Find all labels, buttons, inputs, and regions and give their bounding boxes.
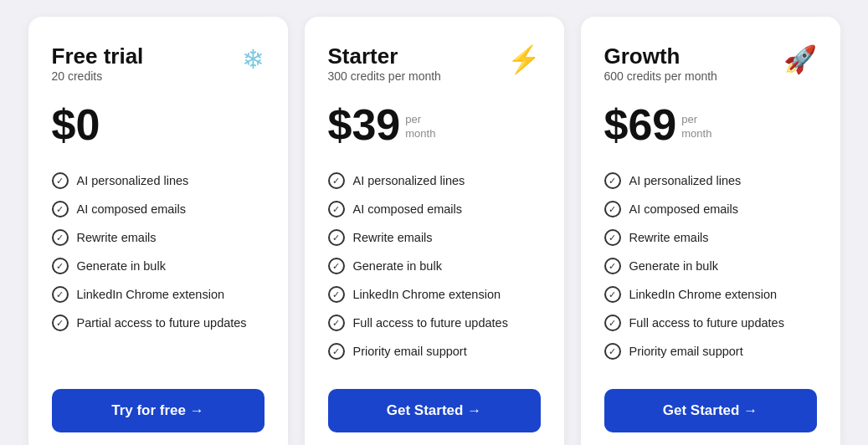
plan-icon: ⚡ [507, 43, 541, 74]
price-amount: $39 [328, 103, 401, 146]
check-icon: ✓ [328, 229, 345, 246]
plan-icon: ❄ [242, 43, 265, 74]
check-icon: ✓ [52, 315, 69, 331]
feature-label: AI composed emails [353, 202, 463, 216]
feature-item: ✓ LinkedIn Chrome extension [328, 280, 541, 309]
feature-label: Priority email support [353, 345, 467, 358]
feature-label: Generate in bulk [77, 259, 166, 273]
price-amount: $0 [52, 103, 100, 146]
feature-label: Generate in bulk [353, 259, 442, 273]
features-list: ✓ AI personalized lines ✓ AI composed em… [328, 166, 541, 366]
plan-header: Growth 600 credits per month 🚀 [604, 43, 817, 96]
pricing-container: Free trial 20 credits ❄ $0 ✓ AI personal… [17, 17, 851, 445]
plan-credits: 20 credits [52, 69, 144, 83]
check-icon: ✓ [328, 343, 345, 360]
cta-button-growth[interactable]: Get Started → [604, 389, 817, 432]
plan-icon: 🚀 [783, 43, 817, 74]
feature-item: ✓ Generate in bulk [52, 252, 265, 280]
feature-item: ✓ Generate in bulk [328, 252, 541, 280]
feature-label: LinkedIn Chrome extension [629, 288, 778, 301]
feature-item: ✓ Priority email support [604, 337, 817, 366]
feature-label: LinkedIn Chrome extension [353, 288, 501, 301]
feature-item: ✓ AI composed emails [52, 195, 265, 223]
feature-item: ✓ Rewrite emails [604, 223, 817, 252]
plan-credits: 300 credits per month [328, 69, 441, 83]
check-icon: ✓ [604, 172, 621, 189]
plan-credits: 600 credits per month [604, 69, 717, 83]
feature-item: ✓ Rewrite emails [52, 223, 265, 252]
feature-item: ✓ Generate in bulk [604, 252, 817, 280]
feature-item: ✓ Partial access to future updates [52, 309, 265, 337]
feature-item: ✓ Rewrite emails [328, 223, 541, 252]
feature-item: ✓ LinkedIn Chrome extension [52, 280, 265, 309]
feature-item: ✓ AI personalized lines [328, 166, 541, 195]
feature-label: AI personalized lines [353, 174, 465, 187]
check-icon: ✓ [328, 286, 345, 303]
price-period: permonth [681, 113, 711, 146]
feature-label: Generate in bulk [629, 259, 718, 273]
plan-price: $69 permonth [604, 103, 817, 146]
feature-label: AI composed emails [629, 202, 739, 216]
plan-name-group: Growth 600 credits per month [604, 43, 717, 96]
plan-name: Free trial [52, 43, 144, 69]
feature-label: Rewrite emails [629, 231, 709, 244]
check-icon: ✓ [52, 201, 69, 217]
feature-label: Full access to future updates [353, 316, 508, 330]
check-icon: ✓ [328, 201, 345, 217]
check-icon: ✓ [604, 201, 621, 217]
cta-button-starter[interactable]: Get Started → [328, 389, 541, 432]
plan-name-group: Free trial 20 credits [52, 43, 144, 96]
features-list: ✓ AI personalized lines ✓ AI composed em… [52, 166, 265, 366]
feature-label: Partial access to future updates [77, 316, 247, 330]
check-icon: ✓ [604, 343, 621, 360]
check-icon: ✓ [604, 286, 621, 303]
feature-item: ✓ AI personalized lines [604, 166, 817, 195]
feature-label: Priority email support [629, 345, 743, 358]
check-icon: ✓ [328, 258, 345, 274]
plan-name: Starter [328, 43, 441, 69]
plan-header: Starter 300 credits per month ⚡ [328, 43, 541, 96]
plan-card-growth: Growth 600 credits per month 🚀 $69 permo… [581, 17, 840, 445]
check-icon: ✓ [604, 315, 621, 331]
feature-item: ✓ Full access to future updates [328, 309, 541, 337]
feature-label: Rewrite emails [353, 231, 433, 244]
feature-item: ✓ AI personalized lines [52, 166, 265, 195]
check-icon: ✓ [604, 258, 621, 274]
feature-item: ✓ AI composed emails [604, 195, 817, 223]
feature-label: AI composed emails [77, 202, 187, 216]
check-icon: ✓ [328, 315, 345, 331]
feature-item: ✓ Full access to future updates [604, 309, 817, 337]
feature-label: Full access to future updates [629, 316, 784, 330]
plan-name-group: Starter 300 credits per month [328, 43, 441, 96]
features-list: ✓ AI personalized lines ✓ AI composed em… [604, 166, 817, 366]
check-icon: ✓ [52, 286, 69, 303]
plan-price: $0 [52, 103, 265, 146]
plan-price: $39 permonth [328, 103, 541, 146]
feature-label: LinkedIn Chrome extension [77, 288, 225, 301]
check-icon: ✓ [52, 229, 69, 246]
plan-card-free-trial: Free trial 20 credits ❄ $0 ✓ AI personal… [28, 17, 288, 445]
feature-label: Rewrite emails [77, 231, 157, 244]
check-icon: ✓ [604, 229, 621, 246]
feature-item: ✓ Priority email support [328, 337, 541, 366]
cta-button-free-trial[interactable]: Try for free → [52, 389, 265, 432]
plan-card-starter: Starter 300 credits per month ⚡ $39 perm… [305, 17, 564, 445]
feature-label: AI personalized lines [77, 174, 189, 187]
plan-name: Growth [604, 43, 717, 69]
feature-item: ✓ LinkedIn Chrome extension [604, 280, 817, 309]
feature-label: AI personalized lines [629, 174, 742, 187]
price-amount: $69 [604, 103, 677, 146]
check-icon: ✓ [328, 172, 345, 189]
price-period: permonth [405, 113, 435, 146]
check-icon: ✓ [52, 258, 69, 274]
plan-header: Free trial 20 credits ❄ [52, 43, 265, 96]
check-icon: ✓ [52, 172, 69, 189]
feature-item: ✓ AI composed emails [328, 195, 541, 223]
